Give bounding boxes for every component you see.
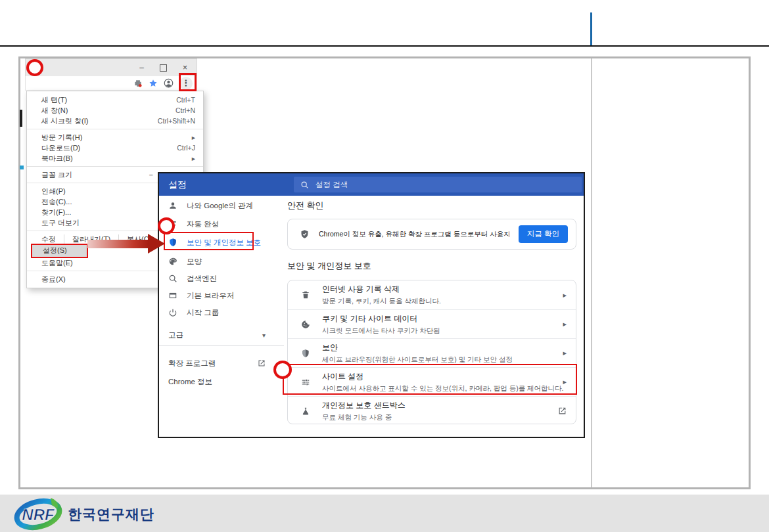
top-rule — [0, 45, 769, 47]
sidebar-item-appearance[interactable]: 모양 — [159, 253, 284, 270]
zoom-out-button[interactable]: − — [149, 171, 152, 179]
menu-item-label: 새 창(N) — [41, 106, 175, 116]
chevron-right-icon: ▸ — [563, 349, 567, 357]
menu-separator — [27, 166, 203, 167]
settings-search-input[interactable]: 설정 검색 — [294, 177, 582, 192]
arrow-head — [148, 234, 165, 254]
settings-header: 설정 설정 검색 — [159, 173, 584, 196]
menu-item-label: 북마크(B) — [41, 154, 192, 164]
shield-check-icon — [300, 229, 310, 239]
row-title: 개인정보 보호 샌드박스 — [322, 400, 406, 411]
sidebar-item-about-chrome[interactable]: Chrome 정보 — [159, 373, 284, 390]
nrf-logo: NRF — [13, 497, 66, 531]
edit-label: 수정 — [41, 234, 56, 244]
row-privacy-sandbox[interactable]: 개인정보 보호 샌드박스 무료 체험 기능 사용 중 — [288, 396, 576, 425]
settings-highlight-box: 설정(S) — [31, 244, 88, 258]
menu-item-label: 새 탭(T) — [41, 95, 176, 105]
power-icon — [168, 308, 177, 317]
row-subtitle: 방문 기록, 쿠키, 캐시 등을 삭제합니다. — [322, 297, 441, 306]
row-subtitle: 무료 체험 기능 사용 중 — [322, 413, 406, 422]
sidebar-item-label: 확장 프로그램 — [168, 359, 216, 368]
sidebar-item-extensions[interactable]: 확장 프로그램 — [159, 355, 284, 372]
safety-check-card: Chrome이 정보 유출, 유해한 확장 프로그램 등으로부터 사용자를 보호… — [287, 219, 576, 250]
text-caret-fragment — [20, 110, 22, 127]
step-circle-privacy-item — [158, 217, 175, 234]
menu-item-bookmarks[interactable]: 북마크(B) ▸ — [27, 153, 203, 164]
flask-icon — [301, 407, 310, 416]
search-icon — [300, 181, 309, 189]
sidebar-item-label: 시작 그룹 — [187, 308, 219, 318]
sidebar-item-you-and-google[interactable]: 나와 Google의 관계 — [159, 197, 284, 214]
profile-icon[interactable] — [164, 78, 174, 88]
submenu-arrow-icon: ▸ — [192, 133, 195, 141]
search-placeholder: 설정 검색 — [315, 180, 348, 190]
browser-titlebar: – × — [25, 58, 197, 76]
sidebar-item-startup[interactable]: 시작 그룹 — [159, 304, 284, 321]
menu-item-new-window[interactable]: 새 창(N) Ctrl+N — [27, 105, 203, 116]
menu-separator — [27, 129, 203, 129]
highlight-box-kebab — [179, 73, 197, 91]
menu-item-new-tab[interactable]: 새 탭(T) Ctrl+T — [27, 95, 203, 105]
row-title: 인터넷 사용 기록 삭제 — [322, 284, 441, 295]
org-name: 한국연구재단 — [68, 505, 154, 523]
menu-item-label: 방문 기록(H) — [41, 133, 192, 143]
minimize-button[interactable]: – — [139, 63, 144, 72]
sidebar-item-default-browser[interactable]: 기본 브라우저 — [159, 287, 284, 304]
row-subtitle: 세이프 브라우징(위험한 사이트로부터 보호) 및 기타 보안 설정 — [322, 355, 513, 365]
check-now-button[interactable]: 지금 확인 — [519, 225, 568, 243]
safety-check-message: Chrome이 정보 유출, 유해한 확장 프로그램 등으로부터 사용자를 보호… — [319, 230, 509, 239]
slide: – × ⋮ 새 탭(T) Ctrl+T 새 창(N) Ctrl+N 새 시크릿 … — [0, 0, 769, 532]
step-arrow — [87, 234, 165, 254]
restore-icon[interactable] — [160, 64, 167, 72]
safety-section-title: 안전 확인 — [287, 200, 324, 211]
privacy-card: 인터넷 사용 기록 삭제 방문 기록, 쿠키, 캐시 등을 삭제합니다. ▸ 쿠… — [287, 280, 576, 424]
highlight-box-site-settings — [283, 364, 577, 395]
sidebar-item-label: 고급 — [168, 330, 183, 340]
sidebar-item-advanced[interactable]: 고급 ▾ — [159, 326, 284, 344]
step-circle-site-settings — [273, 361, 292, 379]
search-icon — [168, 274, 177, 283]
menu-item-shortcut: Ctrl+N — [175, 106, 195, 114]
bullet-square — [20, 166, 24, 169]
footer: NRF 한국연구재단 — [0, 495, 769, 532]
submenu-arrow-icon: ▸ — [192, 154, 195, 162]
chevron-right-icon: ▸ — [563, 291, 567, 299]
cookie-icon — [301, 320, 310, 329]
row-clear-browsing-data[interactable]: 인터넷 사용 기록 삭제 방문 기록, 쿠키, 캐시 등을 삭제합니다. ▸ — [288, 280, 576, 309]
sidebar-item-label: 나와 Google의 관계 — [187, 201, 253, 211]
row-title: 보안 — [322, 342, 513, 353]
browser-toolbar: ⋮ — [25, 76, 197, 91]
settings-title: 설정 — [168, 173, 187, 196]
nrf-logo-text: NRF — [22, 506, 55, 523]
open-in-new-icon — [558, 407, 567, 415]
sidebar-item-search-engine[interactable]: 검색엔진 — [159, 270, 284, 287]
menu-item-incognito[interactable]: 새 시크릿 창(I) Ctrl+Shift+N — [27, 116, 203, 126]
sidebar-item-label: 모양 — [187, 257, 202, 267]
sidebar-item-label: 기본 브라우저 — [187, 291, 234, 301]
row-cookies[interactable]: 쿠키 및 기타 사이트 데이터 시크릿 모드에서는 타사 쿠키가 차단됨 ▸ — [288, 309, 576, 338]
row-title: 쿠키 및 기타 사이트 데이터 — [322, 313, 440, 324]
menu-item-label: 다운로드(D) — [41, 143, 177, 153]
menu-item-downloads[interactable]: 다운로드(D) Ctrl+J — [27, 143, 203, 153]
row-security[interactable]: 보안 세이프 브라우징(위험한 사이트로부터 보호) 및 기타 보안 설정 ▸ — [288, 338, 576, 367]
step-circle-menu-button — [26, 59, 43, 76]
privacy-section-title: 보안 및 개인정보 보호 — [287, 260, 371, 272]
top-blue-tick — [590, 12, 592, 46]
arrow-shaft — [87, 240, 149, 248]
sidebar-item-label: 검색엔진 — [187, 274, 217, 284]
sidebar-item-autofill[interactable]: 자동 완성 — [159, 215, 284, 233]
settings-window: 설정 설정 검색 나와 Google의 관계 자동 완성 보안 및 개인정보 보… — [158, 172, 585, 438]
sidebar-divider — [159, 345, 284, 346]
caret-down-icon: ▾ — [262, 332, 266, 339]
bookmark-star-icon[interactable] — [149, 79, 158, 88]
highlight-box-privacy-item — [164, 232, 254, 250]
chevron-right-icon: ▸ — [563, 320, 567, 328]
extension-badge-icon[interactable] — [133, 79, 143, 88]
open-in-new-icon — [258, 359, 266, 367]
close-button[interactable]: × — [183, 63, 187, 72]
menu-item-history[interactable]: 방문 기록(H) ▸ — [27, 132, 203, 143]
palette-icon — [168, 257, 177, 266]
column-divider — [591, 58, 592, 487]
menu-item-shortcut: Ctrl+Shift+N — [158, 117, 195, 125]
menu-item-label: 설정(S) — [43, 246, 67, 254]
